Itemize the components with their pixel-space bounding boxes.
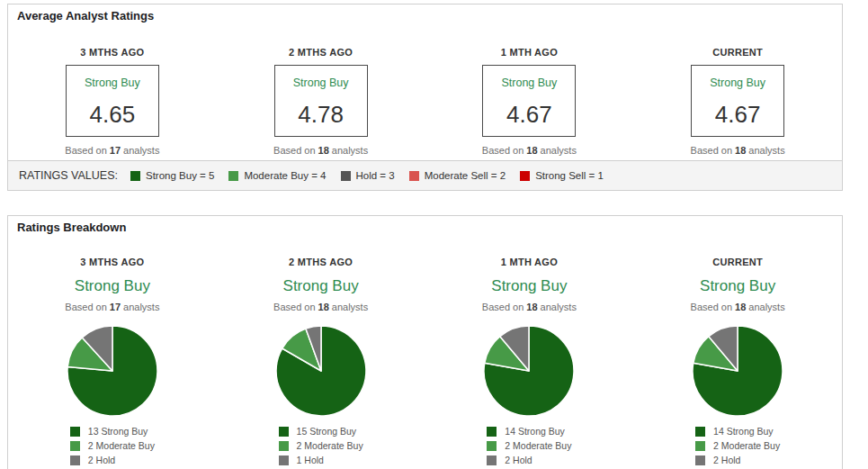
hold-swatch-icon	[695, 455, 705, 465]
analysts-note: Based on17analysts	[8, 145, 217, 156]
strong-buy-swatch-icon	[279, 427, 289, 437]
analysts-note: Based on18analysts	[217, 302, 425, 312]
pie-chart-svg	[691, 324, 784, 418]
pie-legend-label: 2 Moderate Buy	[713, 440, 780, 451]
pie-legend-label: 2 Moderate Buy	[505, 440, 571, 451]
pie-legend-row: 1 Hold	[279, 455, 363, 465]
pie-legend-row: 2 Hold	[487, 455, 571, 465]
legend-item-strong-buy: Strong Buy = 5	[130, 170, 214, 181]
ratings-values-label: RATINGS VALUES:	[19, 169, 118, 182]
pie-legend-label: 2 Moderate Buy	[297, 440, 363, 451]
moderate-buy-swatch-icon	[279, 441, 289, 451]
rating-label: Strong Buy	[425, 277, 634, 295]
period-label: CURRENT	[633, 47, 842, 58]
analysts-note: Based on18analysts	[217, 145, 425, 156]
pie-legend-row: 14 Strong Buy	[487, 426, 571, 437]
analyst-count: 18	[526, 302, 537, 312]
pie-legend-row: 13 Strong Buy	[70, 426, 155, 437]
period-label: 2 MTHS AGO	[217, 257, 425, 267]
pie-chart	[8, 324, 217, 418]
legend-item-label: Moderate Buy = 4	[244, 170, 326, 181]
rating-value: 4.65	[67, 101, 158, 129]
average-ratings-panel-header: Average Analyst Ratings	[7, 4, 843, 28]
moderate-buy-swatch-icon	[695, 441, 705, 451]
strong-buy-swatch-icon	[487, 427, 497, 437]
moderate-buy-swatch-icon	[228, 171, 238, 181]
rating-label: Strong Buy	[217, 277, 425, 295]
analysts-note: Based on18analysts	[633, 302, 842, 312]
legend-item-moderate-sell: Moderate Sell = 2	[409, 170, 506, 181]
breakdown-column-current: CURRENT Strong Buy Based on18analysts 14…	[633, 239, 842, 469]
analysts-note: Based on18analysts	[633, 145, 842, 156]
strong-buy-swatch-icon	[70, 427, 80, 437]
period-label: 3 MTHS AGO	[8, 47, 217, 58]
moderate-sell-swatch-icon	[409, 171, 419, 181]
average-ratings-panel-title: Average Analyst Ratings	[17, 9, 154, 23]
pie-legend-row: 2 Moderate Buy	[70, 440, 155, 451]
pie-legend: 13 Strong Buy 2 Moderate Buy 2 Hold	[70, 426, 155, 469]
pie-legend-label: 14 Strong Buy	[713, 426, 774, 437]
legend-item-label: Hold = 3	[356, 170, 395, 181]
pie-chart	[633, 324, 842, 418]
rating-label: Strong Buy	[8, 277, 217, 295]
rating-label: Strong Buy	[633, 277, 842, 295]
pie-legend-row: 15 Strong Buy	[279, 426, 363, 437]
breakdown-column-3mths: 3 MTHS AGO Strong Buy Based on17analysts…	[8, 239, 217, 469]
rating-card: Strong Buy 4.65	[66, 65, 159, 137]
rating-label: Strong Buy	[692, 77, 783, 89]
analysts-note: Based on17analysts	[8, 302, 217, 312]
pie-legend: 14 Strong Buy 2 Moderate Buy 2 Hold	[487, 426, 571, 469]
ratings-breakdown-panel-title: Ratings Breakdown	[17, 221, 126, 234]
pie-chart-svg	[66, 324, 159, 418]
legend-item-hold: Hold = 3	[341, 170, 395, 181]
pie-legend-label: 15 Strong Buy	[297, 426, 357, 437]
average-rating-column-2mths: 2 MTHS AGO Strong Buy 4.78 Based on18ana…	[217, 27, 425, 160]
period-label: 3 MTHS AGO	[8, 257, 217, 267]
analysts-note: Based on18analysts	[425, 302, 634, 312]
moderate-buy-swatch-icon	[70, 441, 80, 451]
strong-buy-swatch-icon	[130, 171, 140, 181]
period-label: 2 MTHS AGO	[217, 47, 425, 58]
period-label: CURRENT	[633, 257, 842, 267]
rating-label: Strong Buy	[483, 77, 575, 89]
legend-item-strong-sell: Strong Sell = 1	[520, 170, 604, 181]
pie-chart	[217, 324, 425, 418]
pie-chart-svg	[482, 324, 576, 418]
hold-swatch-icon	[341, 171, 351, 181]
analyst-count: 17	[110, 145, 121, 156]
pie-legend-row: 2 Moderate Buy	[695, 440, 780, 451]
analyst-count: 18	[526, 145, 537, 156]
pie-legend-row: 14 Strong Buy	[695, 426, 780, 437]
ratings-breakdown-panel-body: 3 MTHS AGO Strong Buy Based on17analysts…	[7, 239, 843, 469]
legend-item-label: Strong Buy = 5	[146, 170, 214, 181]
pie-chart	[425, 324, 634, 418]
ratings-values-legend: RATINGS VALUES: Strong Buy = 5 Moderate …	[7, 160, 843, 191]
pie-legend: 14 Strong Buy 2 Moderate Buy 2 Hold	[695, 426, 780, 469]
average-ratings-panel-body: 3 MTHS AGO Strong Buy 4.65 Based on17ana…	[7, 27, 843, 161]
ratings-breakdown-panel-header: Ratings Breakdown	[7, 215, 843, 239]
analyst-count: 18	[318, 302, 329, 312]
breakdown-column-2mths: 2 MTHS AGO Strong Buy Based on18analysts…	[217, 239, 425, 469]
analyst-count: 17	[110, 302, 121, 312]
hold-swatch-icon	[70, 455, 80, 465]
pie-legend-label: 14 Strong Buy	[505, 426, 565, 437]
average-rating-column-3mths: 3 MTHS AGO Strong Buy 4.65 Based on17ana…	[8, 27, 217, 160]
period-label: 1 MTH AGO	[425, 257, 634, 267]
hold-swatch-icon	[487, 455, 497, 465]
rating-label: Strong Buy	[275, 77, 367, 89]
pie-legend: 15 Strong Buy 2 Moderate Buy 1 Hold	[279, 426, 363, 469]
pie-chart-svg	[274, 324, 368, 418]
rating-value: 4.67	[483, 101, 575, 129]
pie-legend-label: 2 Hold	[713, 455, 740, 465]
breakdown-column-1mth: 1 MTH AGO Strong Buy Based on18analysts …	[425, 239, 634, 469]
pie-legend-row: 2 Moderate Buy	[279, 440, 363, 451]
legend-item-label: Strong Sell = 1	[535, 170, 604, 181]
hold-swatch-icon	[279, 455, 289, 465]
pie-legend-label: 13 Strong Buy	[88, 426, 148, 437]
pie-legend-label: 2 Moderate Buy	[88, 440, 155, 451]
pie-legend-label: 2 Hold	[505, 455, 532, 465]
pie-legend-row: 2 Hold	[70, 455, 155, 465]
analyst-count: 18	[735, 302, 746, 312]
period-label: 1 MTH AGO	[425, 47, 634, 58]
average-rating-column-1mth: 1 MTH AGO Strong Buy 4.67 Based on18anal…	[425, 27, 634, 160]
